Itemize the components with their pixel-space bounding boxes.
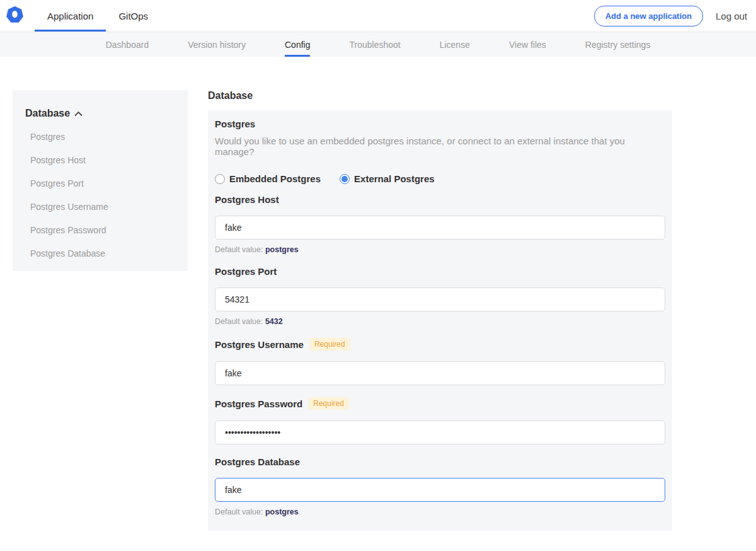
postgres-help-text: Would you like to use an embedded postgr… [215, 136, 665, 157]
default-value: 5432 [265, 317, 283, 326]
subtab-version-history[interactable]: Version history [188, 32, 246, 57]
tab-application[interactable]: Application [35, 0, 106, 32]
replicated-logo-icon [6, 6, 23, 26]
default-prefix: Default value: [215, 245, 263, 254]
top-nav-right: Add a new application Log out [594, 0, 756, 32]
config-sidebar: Database Postgres Postgres Host Postgres… [13, 90, 188, 271]
default-value: postgres [265, 508, 299, 516]
required-badge: Required [308, 397, 349, 410]
postgres-username-label: Postgres Username [215, 339, 304, 350]
required-badge: Required [309, 338, 350, 351]
field-postgres-username: Postgres Username Required [215, 338, 665, 385]
postgres-port-label: Postgres Port [215, 266, 277, 277]
postgres-username-input[interactable] [215, 361, 665, 385]
field-postgres-database: Postgres Database Default value: postgre… [215, 456, 665, 516]
postgres-database-input[interactable] [215, 478, 665, 502]
postgres-port-input[interactable] [215, 287, 665, 311]
config-page: Database Postgres Postgres Host Postgres… [0, 57, 756, 551]
field-postgres-port: Postgres Port Default value: 5432 [215, 266, 665, 326]
config-group-card: Postgres Would you like to use an embedd… [208, 110, 672, 531]
radio-embedded-postgres[interactable]: Embedded Postgres [215, 173, 321, 184]
subtab-view-files[interactable]: View files [509, 32, 546, 57]
postgres-password-label: Postgres Password [215, 398, 302, 409]
config-group-title: Database [208, 90, 672, 102]
top-tab-bar: Application GitOps [35, 0, 161, 32]
postgres-host-input[interactable] [215, 216, 665, 240]
sidebar-item-postgres-username[interactable]: Postgres Username [30, 202, 178, 212]
sidebar-item-list: Postgres Postgres Host Postgres Port Pos… [25, 132, 178, 258]
app-sub-nav: Dashboard Version history Config Trouble… [0, 32, 756, 57]
add-new-application-button[interactable]: Add a new application [594, 6, 703, 26]
subtab-registry-settings[interactable]: Registry settings [585, 32, 650, 57]
postgres-database-label: Postgres Database [215, 456, 300, 467]
default-value: postgres [265, 245, 299, 254]
sidebar-group-label: Database [25, 108, 70, 119]
radio-unselected-icon[interactable] [215, 174, 225, 184]
radio-embedded-label: Embedded Postgres [229, 173, 321, 184]
top-nav: Application GitOps Add a new application… [0, 0, 756, 32]
field-postgres-host: Postgres Host Default value: postgres [215, 194, 665, 254]
sidebar-item-postgres-host[interactable]: Postgres Host [30, 155, 178, 165]
postgres-radio-group: Embedded Postgres External Postgres [215, 173, 665, 184]
postgres-host-label: Postgres Host [215, 194, 279, 205]
default-prefix: Default value: [215, 317, 263, 326]
subtab-license[interactable]: License [440, 32, 470, 57]
radio-selected-icon[interactable] [340, 174, 350, 184]
sidebar-item-postgres-port[interactable]: Postgres Port [30, 178, 178, 188]
postgres-host-default: Default value: postgres [215, 245, 665, 254]
app-logo [6, 0, 30, 32]
sidebar-item-postgres[interactable]: Postgres [30, 132, 178, 142]
postgres-item-label: Postgres [215, 119, 665, 129]
postgres-password-input[interactable] [215, 420, 665, 444]
radio-external-label: External Postgres [354, 173, 435, 184]
sidebar-group-database[interactable]: Database [25, 108, 178, 119]
sidebar-item-postgres-password[interactable]: Postgres Password [30, 225, 178, 235]
default-prefix: Default value: [215, 508, 263, 516]
subtab-config[interactable]: Config [285, 32, 310, 57]
tab-gitops[interactable]: GitOps [106, 0, 161, 32]
postgres-port-default: Default value: 5432 [215, 317, 665, 326]
config-main: Database Postgres Would you like to use … [208, 90, 672, 551]
chevron-up-icon [74, 108, 83, 119]
field-postgres-password: Postgres Password Required [215, 397, 665, 444]
logout-link[interactable]: Log out [716, 11, 747, 21]
subtab-troubleshoot[interactable]: Troubleshoot [349, 32, 400, 57]
postgres-database-default: Default value: postgres [215, 508, 665, 516]
radio-external-postgres[interactable]: External Postgres [340, 173, 435, 184]
subtab-dashboard[interactable]: Dashboard [106, 32, 149, 57]
sidebar-item-postgres-database[interactable]: Postgres Database [30, 248, 178, 258]
